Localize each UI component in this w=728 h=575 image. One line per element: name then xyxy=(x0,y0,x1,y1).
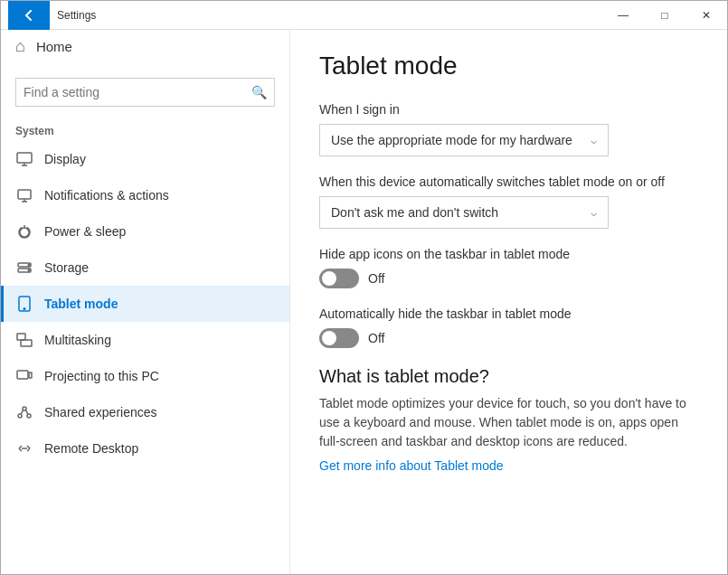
hide-taskbar-section: Automatically hide the taskbar in tablet… xyxy=(319,306,698,348)
sign-in-dropdown-arrow: ⌵ xyxy=(591,134,597,146)
shared-icon xyxy=(15,403,33,421)
sidebar-item-notifications[interactable]: Notifications & actions xyxy=(1,177,289,213)
svg-rect-3 xyxy=(18,190,31,199)
hide-icons-toggle[interactable] xyxy=(319,269,359,288)
tablet-icon xyxy=(15,295,33,313)
projecting-icon xyxy=(15,367,33,385)
sign-in-dropdown[interactable]: Use the appropriate mode for my hardware… xyxy=(319,124,609,156)
sidebar-item-remote[interactable]: Remote Desktop xyxy=(1,430,289,467)
what-title: What is tablet mode? xyxy=(319,366,698,387)
hide-icons-toggle-row: Off xyxy=(319,269,698,288)
home-label: Home xyxy=(36,39,72,54)
switch-dropdown[interactable]: Don't ask me and don't switch ⌵ xyxy=(319,196,609,229)
storage-icon xyxy=(15,259,33,277)
display-icon xyxy=(15,150,33,168)
hide-icons-label: Hide app icons on the taskbar in tablet … xyxy=(319,247,698,261)
sidebar-item-projecting[interactable]: Projecting to this PC xyxy=(1,358,289,394)
switch-dropdown-arrow: ⌵ xyxy=(591,206,597,219)
section-label: System xyxy=(1,118,289,141)
svg-point-9 xyxy=(28,264,30,266)
hide-taskbar-label: Automatically hide the taskbar in tablet… xyxy=(319,306,698,321)
sidebar-item-display-label: Display xyxy=(44,152,86,166)
hide-taskbar-toggle-label: Off xyxy=(368,331,384,345)
hide-icons-toggle-label: Off xyxy=(368,271,384,286)
sidebar-item-multitasking[interactable]: Multitasking xyxy=(1,322,289,358)
search-container: 🔍 xyxy=(1,67,289,118)
svg-rect-16 xyxy=(29,372,32,378)
svg-rect-15 xyxy=(17,371,28,379)
what-desc: Tablet mode optimizes your device for to… xyxy=(319,394,698,451)
svg-point-18 xyxy=(23,407,26,410)
notifications-icon xyxy=(15,186,33,204)
svg-point-10 xyxy=(28,269,30,271)
sidebar-item-storage[interactable]: Storage xyxy=(1,250,289,286)
sidebar-item-projecting-label: Projecting to this PC xyxy=(44,369,159,383)
what-section: What is tablet mode? Tablet mode optimiz… xyxy=(319,366,698,473)
svg-rect-0 xyxy=(17,153,32,163)
window-title: Settings xyxy=(57,9,602,22)
sidebar-item-shared[interactable]: Shared experiences xyxy=(1,394,289,430)
svg-point-6 xyxy=(20,228,29,237)
sidebar-item-power[interactable]: Power & sleep xyxy=(1,213,289,250)
window-controls: — □ ✕ xyxy=(602,1,727,30)
svg-line-22 xyxy=(26,410,29,415)
search-input[interactable] xyxy=(24,85,251,99)
switch-dropdown-text: Don't ask me and don't switch xyxy=(331,205,498,220)
sidebar-item-remote-label: Remote Desktop xyxy=(44,441,138,456)
hide-icons-section: Hide app icons on the taskbar in tablet … xyxy=(319,247,698,288)
svg-rect-14 xyxy=(21,340,32,346)
titlebar: Settings — □ ✕ xyxy=(1,1,727,30)
close-button[interactable]: ✕ xyxy=(685,1,727,30)
home-icon: ⌂ xyxy=(15,37,25,56)
sidebar-item-storage-label: Storage xyxy=(44,260,89,275)
sidebar-item-home[interactable]: ⌂ Home xyxy=(1,30,289,63)
minimize-button[interactable]: — xyxy=(602,1,644,30)
sidebar-item-display[interactable]: Display xyxy=(1,141,289,177)
tablet-mode-link[interactable]: Get more info about Tablet mode xyxy=(319,458,504,473)
page-title: Tablet mode xyxy=(319,52,698,80)
switch-section: When this device automatically switches … xyxy=(319,174,698,229)
multitasking-icon xyxy=(15,331,33,349)
sign-in-label: When I sign in xyxy=(319,102,698,117)
switch-label: When this device automatically switches … xyxy=(319,174,698,189)
content-area: ⌂ Home 🔍 System xyxy=(1,30,727,574)
power-icon xyxy=(15,222,33,240)
maximize-button[interactable]: □ xyxy=(644,1,685,30)
main-content: Tablet mode When I sign in Use the appro… xyxy=(290,30,727,574)
window: Settings — □ ✕ ⌂ Home 🔍 System xyxy=(0,0,728,575)
remote-icon xyxy=(15,439,33,457)
search-icon: 🔍 xyxy=(251,85,267,99)
svg-point-12 xyxy=(24,308,25,310)
sign-in-section: When I sign in Use the appropriate mode … xyxy=(319,102,698,156)
sidebar-item-multitasking-label: Multitasking xyxy=(44,333,111,347)
hide-taskbar-toggle-row: Off xyxy=(319,328,698,348)
sign-in-dropdown-text: Use the appropriate mode for my hardware xyxy=(331,133,572,147)
sidebar-item-shared-label: Shared experiences xyxy=(44,405,157,419)
back-button[interactable] xyxy=(8,1,50,30)
sidebar-item-tablet-label: Tablet mode xyxy=(44,297,118,311)
sidebar-item-power-label: Power & sleep xyxy=(44,224,126,239)
sidebar: ⌂ Home 🔍 System xyxy=(1,30,290,574)
hide-taskbar-toggle[interactable] xyxy=(319,328,359,348)
sidebar-item-tablet[interactable]: Tablet mode xyxy=(1,286,289,322)
search-box[interactable]: 🔍 xyxy=(15,78,275,107)
svg-rect-13 xyxy=(17,334,25,340)
svg-line-21 xyxy=(21,410,24,415)
sidebar-item-notifications-label: Notifications & actions xyxy=(44,188,169,203)
